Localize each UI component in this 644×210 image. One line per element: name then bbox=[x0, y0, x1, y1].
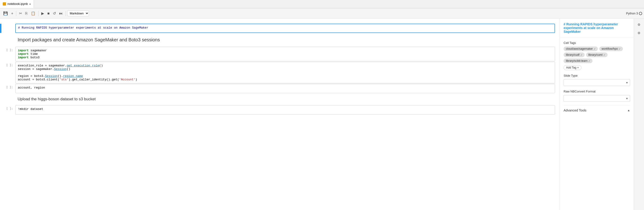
code-line-2: import time bbox=[18, 52, 552, 56]
panel-title: # Running RAPIDS hyperparameterexperimen… bbox=[564, 22, 618, 33]
paste-button[interactable]: 📋 bbox=[30, 10, 37, 17]
right-panel: # Running RAPIDS hyperparameterexperimen… bbox=[560, 19, 634, 210]
tag-label-3: library/cudf bbox=[566, 53, 580, 56]
link-session: Session bbox=[54, 67, 67, 71]
toolbar-separator-3 bbox=[66, 11, 66, 16]
cell-number-7: [ ]: bbox=[2, 105, 15, 110]
cell-header: # Running RAPIDS hyperparameter experime… bbox=[0, 24, 560, 33]
tag-library-sklearn[interactable]: library/scikit-learn ✓ bbox=[564, 59, 592, 63]
tag-label-5: library/scikit-learn bbox=[566, 59, 588, 62]
cell-content-7[interactable]: !mkdir dataset bbox=[15, 105, 555, 115]
nbconvert-dropdown-wrapper: rst html latex ▼ bbox=[564, 95, 630, 102]
main-layout: # Running RAPIDS hyperparameter experime… bbox=[0, 19, 644, 210]
restart-run-button[interactable]: ⏭ bbox=[58, 11, 64, 17]
stop-button[interactable]: ■ bbox=[46, 11, 51, 17]
cell-content-6[interactable]: Upload the higgs-boson dataset to s3 buc… bbox=[15, 94, 555, 105]
save-button[interactable]: 💾 bbox=[2, 10, 9, 17]
add-tag-plus-icon: + bbox=[577, 66, 579, 69]
cell-number-4: [ ]: bbox=[2, 62, 15, 67]
tag-cloud-aws[interactable]: cloud/aws/sagemaker ✓ bbox=[564, 46, 598, 51]
tag-check-4: ✓ bbox=[604, 54, 605, 56]
kw-import-2: import bbox=[18, 52, 29, 56]
cell-account-region: [ ]: account, region bbox=[0, 84, 560, 93]
tag-check-3: ✓ bbox=[580, 54, 582, 56]
copy-button[interactable]: ⎘ bbox=[24, 11, 29, 17]
code-line-ar: account, region bbox=[18, 86, 552, 89]
code-line-blank bbox=[18, 71, 552, 74]
tag-label-1: cloud/aws/sagemaker bbox=[566, 47, 593, 50]
tag-check-5: ✓ bbox=[588, 60, 590, 62]
cell-number-header bbox=[2, 24, 15, 26]
add-tag-label: Add Tag bbox=[566, 66, 576, 69]
tag-check-1: ✓ bbox=[594, 48, 596, 50]
notebook-file-icon bbox=[3, 2, 6, 6]
tab-label: notebook.ipynb bbox=[8, 2, 28, 6]
code-line-3: import boto3 bbox=[18, 56, 552, 59]
cell-upload-heading: Upload the higgs-boson dataset to s3 buc… bbox=[0, 94, 560, 105]
restart-button[interactable]: ↺ bbox=[52, 10, 57, 17]
advanced-tools-section[interactable]: Advanced Tools ▲ bbox=[564, 106, 630, 112]
tab-bar: notebook.ipynb ● bbox=[0, 0, 644, 8]
cell-number-6 bbox=[2, 94, 15, 95]
slide-type-label: Slide Type bbox=[564, 74, 630, 77]
cell-content-header[interactable]: # Running RAPIDS hyperparameter experime… bbox=[15, 24, 555, 33]
code-line-account: account = boto3.client('sts').get_caller… bbox=[18, 78, 552, 81]
tag-library-cuml[interactable]: library/cuml ✓ bbox=[586, 53, 608, 57]
code-line-session: session = sagemaker.Session() bbox=[18, 67, 552, 71]
tag-label-4: library/cuml bbox=[588, 53, 602, 56]
toolbar: 💾 + ✂ ⎘ 📋 ▶ ■ ↺ ⏭ Markdown Code Raw Pyth… bbox=[0, 8, 644, 19]
right-panel-wrapper: # Running RAPIDS hyperparameterexperimen… bbox=[560, 19, 644, 210]
run-button[interactable]: ▶ bbox=[40, 10, 46, 17]
nbconvert-section: Raw NBConvert Format rst html latex ▼ bbox=[564, 90, 630, 102]
cell-content-2[interactable]: Import packages and create Amazon SageMa… bbox=[15, 33, 555, 46]
link-get-role: get_execution_role bbox=[67, 64, 99, 67]
notebook-tab[interactable]: notebook.ipynb ● bbox=[0, 0, 34, 8]
add-cell-button[interactable]: + bbox=[10, 11, 14, 17]
panel-side-icons: ⚙ ⚙ bbox=[634, 19, 644, 210]
cell-number-3: [ ]: bbox=[2, 47, 15, 52]
tag-check-2: ✓ bbox=[619, 48, 620, 50]
toolbar-separator-1 bbox=[16, 11, 16, 16]
cell-number-2 bbox=[2, 33, 15, 35]
kw-import-3: import bbox=[18, 56, 29, 59]
kernel-status-circle bbox=[639, 12, 642, 15]
cell-import-heading: Import packages and create Amazon SageMa… bbox=[0, 33, 560, 46]
link-boto-session: Session bbox=[45, 74, 58, 78]
panel-body: Cell Tags cloud/aws/sagemaker ✓ workflow… bbox=[560, 37, 634, 210]
cell-type-select[interactable]: Markdown Code Raw bbox=[67, 11, 89, 16]
panel-gear-button-2[interactable]: ⚙ bbox=[636, 30, 642, 36]
code-line-1: import sagemaker bbox=[18, 49, 552, 52]
kw-import-1: import bbox=[18, 49, 29, 52]
slide-type-select[interactable]: Slide Sub-Slide Fragment Skip Notes bbox=[564, 79, 630, 86]
heading-upload: Upload the higgs-boson dataset to s3 buc… bbox=[18, 95, 553, 103]
panel-top: # Running RAPIDS hyperparameterexperimen… bbox=[560, 19, 634, 37]
cell-mkdir: [ ]: !mkdir dataset bbox=[0, 105, 560, 115]
tab-close-button[interactable]: ● bbox=[29, 3, 31, 5]
cell-number-5: [ ]: bbox=[2, 84, 15, 89]
kernel-label: Python 3 bbox=[626, 12, 638, 15]
code-line-region: region = boto3.Session().region_name bbox=[18, 74, 552, 78]
tags-container: cloud/aws/sagemaker ✓ workflow/hpo ✓ lib… bbox=[564, 46, 630, 63]
toolbar-separator-2 bbox=[38, 11, 38, 16]
nbconvert-label: Raw NBConvert Format bbox=[564, 90, 630, 93]
link-region-name: region_name bbox=[63, 74, 83, 78]
code-line-mkdir: !mkdir dataset bbox=[18, 107, 552, 111]
code-line-exec: execution_role = sagemaker.get_execution… bbox=[18, 64, 552, 67]
panel-gear-button-1[interactable]: ⚙ bbox=[636, 21, 642, 28]
nbconvert-select[interactable]: rst html latex bbox=[564, 95, 630, 102]
tag-label-2: workflow/hpo bbox=[602, 47, 618, 50]
tag-library-cudf[interactable]: library/cudf ✓ bbox=[564, 53, 585, 57]
cell-content-5[interactable]: account, region bbox=[15, 84, 555, 93]
kernel-info: Python 3 bbox=[626, 12, 642, 15]
cell-content-3[interactable]: import sagemaker import time import boto… bbox=[15, 47, 555, 61]
cell-imports: [ ]: import sagemaker import time import… bbox=[0, 47, 560, 61]
tag-workflow-hpo[interactable]: workflow/hpo ✓ bbox=[599, 46, 623, 51]
add-tag-button[interactable]: Add Tag + bbox=[564, 65, 582, 70]
cell-content-4[interactable]: execution_role = sagemaker.get_execution… bbox=[15, 62, 555, 83]
heading-import: Import packages and create Amazon SageMa… bbox=[18, 35, 553, 44]
slide-type-section: Slide Type Slide Sub-Slide Fragment Skip… bbox=[564, 74, 630, 86]
cut-button[interactable]: ✂ bbox=[18, 10, 24, 17]
advanced-tools-label: Advanced Tools bbox=[564, 109, 586, 112]
notebook-area[interactable]: # Running RAPIDS hyperparameter experime… bbox=[0, 19, 560, 210]
cell-tags-label: Cell Tags bbox=[564, 41, 630, 45]
